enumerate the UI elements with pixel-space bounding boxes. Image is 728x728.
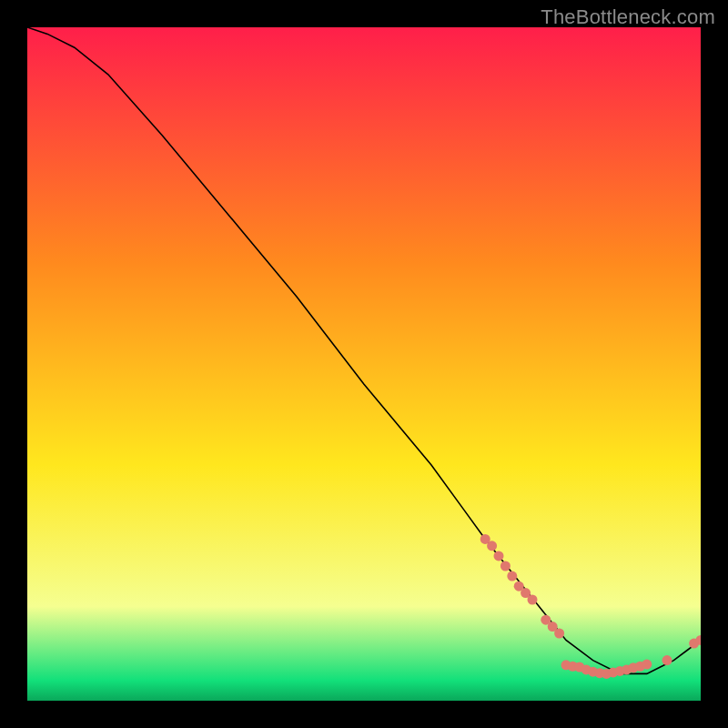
chart-frame: TheBottleneck.com (0, 0, 728, 728)
data-marker (528, 595, 538, 605)
data-marker (507, 571, 517, 581)
watermark-text: TheBottleneck.com (541, 5, 715, 29)
data-marker (662, 655, 672, 665)
gradient-background (27, 27, 701, 701)
data-marker (642, 660, 652, 670)
data-marker (500, 561, 511, 571)
plot-area (27, 27, 701, 701)
data-marker (487, 541, 497, 551)
data-marker (494, 551, 504, 561)
data-marker (554, 629, 564, 639)
chart-svg (27, 27, 701, 701)
